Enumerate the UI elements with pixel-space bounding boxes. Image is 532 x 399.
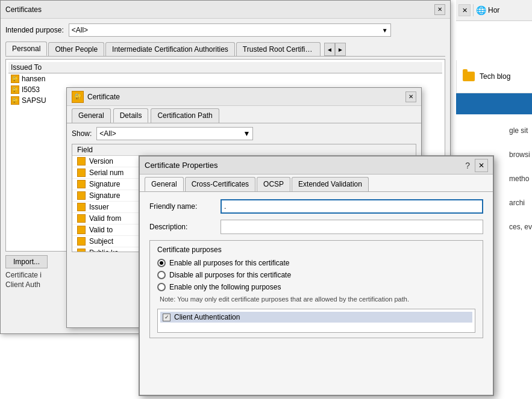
nav-right-button[interactable]: ► xyxy=(335,43,346,56)
intended-purpose-dropdown[interactable]: <All> ▼ xyxy=(69,23,391,37)
field-name: Subject xyxy=(89,237,113,246)
tab-details[interactable]: Details xyxy=(113,108,149,123)
checkbox-client-auth-label: Client Authentication xyxy=(174,313,240,321)
radio-enable-only[interactable] xyxy=(157,283,166,291)
cert-field-icon xyxy=(77,157,86,165)
show-select-dropdown[interactable]: <All> ▼ xyxy=(96,127,253,140)
browser-tab[interactable]: 🌐 Hor xyxy=(476,5,499,15)
inner-cert-title-area: 🔐 Certificate xyxy=(72,91,120,103)
checkbox-client-auth-row[interactable]: ✓ Client Authentication xyxy=(160,312,472,323)
intended-purpose-row: Intended purpose: <All> ▼ xyxy=(5,23,445,37)
table-row[interactable]: 🔐 hansen xyxy=(8,73,442,84)
cert-field-icon xyxy=(77,180,86,188)
right-text-2: browsi xyxy=(509,150,530,159)
checkbox-client-auth[interactable]: ✓ xyxy=(163,314,171,321)
tab-certification-path[interactable]: Certification Path xyxy=(151,108,219,123)
tab-nav-arrows: ◄ ► xyxy=(324,43,346,56)
cert-icon: 🔐 xyxy=(11,75,19,83)
cert-list-header: Issued To xyxy=(8,62,442,73)
cert-name: I5053 xyxy=(22,85,40,94)
inner-cert-controls: ✕ xyxy=(405,91,416,102)
tab-cross-certificates[interactable]: Cross-Certificates xyxy=(185,177,255,191)
cert-field-icon xyxy=(77,203,86,211)
cert-dialog-controls: ✕ xyxy=(434,4,445,15)
show-value: <All> xyxy=(99,129,116,138)
cert-props-body: Friendly name: Description: Certificate … xyxy=(140,192,493,350)
inner-cert-title: Certificate xyxy=(87,93,120,101)
description-row: Description: xyxy=(149,220,483,234)
cert-field-icon xyxy=(77,214,86,223)
cert-field-icon xyxy=(77,226,86,234)
folder-icon xyxy=(463,72,475,81)
tab-general[interactable]: General xyxy=(72,108,111,123)
intended-purpose-value: <All> xyxy=(72,26,88,34)
tab-ocsp[interactable]: OCSP xyxy=(257,177,290,191)
right-text-1: gle sit xyxy=(509,126,528,135)
intended-purpose-label: Intended purpose: xyxy=(5,26,64,34)
field-name: Signature xyxy=(89,191,120,200)
cert-field-icon xyxy=(77,191,86,200)
tab-personal[interactable]: Personal xyxy=(5,42,47,56)
tab-intermediate-ca[interactable]: Intermediate Certification Authorities xyxy=(105,42,235,56)
cert-icon: 🔐 xyxy=(11,85,19,94)
tab-other-people[interactable]: Other People xyxy=(48,42,104,56)
radio-enable-all[interactable] xyxy=(157,259,166,267)
tab-extended-validation[interactable]: Extended Validation xyxy=(292,177,369,191)
field-name: Version xyxy=(89,157,113,165)
friendly-name-row: Friendly name: xyxy=(149,199,483,214)
radio-enable-all-label: Enable all purposes for this certificate xyxy=(169,259,289,267)
inner-cert-close-button[interactable]: ✕ xyxy=(405,91,416,102)
chevron-down-icon: ▼ xyxy=(382,27,388,34)
cert-field-icon xyxy=(77,169,86,177)
friendly-name-label: Friendly name: xyxy=(149,202,216,211)
chevron-down-icon: ▼ xyxy=(243,129,250,138)
show-dropdown-row: Show: <All> ▼ xyxy=(67,123,421,144)
field-name: Signature xyxy=(89,180,120,188)
radio-enable-only-label: Enable only the following purposes xyxy=(169,283,281,291)
cert-icon-title: 🔐 xyxy=(72,91,84,103)
cert-name: SAPSU xyxy=(22,96,46,105)
tab-label: Hor xyxy=(488,6,499,14)
tab-props-general[interactable]: General xyxy=(145,177,184,191)
show-label: Show: xyxy=(72,129,92,138)
friendly-name-input[interactable] xyxy=(221,199,483,214)
field-list-header: Field xyxy=(72,144,416,156)
nav-left-button[interactable]: ◄ xyxy=(324,43,335,56)
inner-cert-tab-bar: General Details Certification Path xyxy=(67,106,421,123)
cert-props-close-button[interactable]: ✕ xyxy=(475,159,488,172)
cert-props-tab-bar: General Cross-Certificates OCSP Extended… xyxy=(140,175,493,192)
close-tab-button[interactable]: ✕ xyxy=(458,4,471,16)
cert-close-button[interactable]: ✕ xyxy=(434,4,445,15)
radio-disable-all[interactable] xyxy=(157,271,166,279)
inner-cert-titlebar: 🔐 Certificate ✕ xyxy=(67,88,421,106)
cert-dialog-title: Certificates xyxy=(5,5,42,14)
tech-blog-label: Tech blog xyxy=(480,72,510,81)
tech-blog-item[interactable]: Tech blog xyxy=(456,60,532,93)
radio-enable-all-row[interactable]: Enable all purposes for this certificate xyxy=(157,259,475,267)
radio-disable-all-row[interactable]: Disable all purposes for this certificat… xyxy=(157,271,475,279)
radio-enable-only-row[interactable]: Enable only the following purposes xyxy=(157,283,475,291)
radio-disable-all-label: Disable all purposes for this certificat… xyxy=(169,271,291,279)
cert-props-title: Certificate Properties xyxy=(145,161,217,170)
props-title-controls: ? ✕ xyxy=(465,159,488,172)
field-name: Serial num xyxy=(89,169,124,177)
browser-tab-bar: ✕ 🌐 Hor xyxy=(456,0,532,21)
field-name: Issuer xyxy=(89,203,109,211)
cert-purposes-section: Certificate purposes Enable all purposes… xyxy=(149,240,483,338)
import-button[interactable]: Import... xyxy=(5,255,48,268)
cert-dialog-titlebar: Certificates ✕ xyxy=(1,1,450,19)
cert-icon: 🔐 xyxy=(11,96,19,105)
right-text-4: archi xyxy=(509,199,525,207)
cert-field-icon xyxy=(77,249,86,252)
cert-purposes-note: Note: You may only edit certificate purp… xyxy=(157,295,475,304)
cert-name: hansen xyxy=(22,75,45,83)
tab-trusted-root[interactable]: Trusted Root Certification Auth xyxy=(236,42,321,56)
purposes-checkbox-list: ✓ Client Authentication xyxy=(157,309,475,333)
field-name: Valid from xyxy=(89,214,121,223)
right-text-3: metho xyxy=(509,175,529,183)
help-button[interactable]: ? xyxy=(465,161,470,170)
certificate-properties-dialog: Certificate Properties ? ✕ General Cross… xyxy=(139,155,494,396)
description-input[interactable] xyxy=(221,220,483,234)
description-label: Description: xyxy=(149,223,216,231)
cert-tab-bar: Personal Other People Intermediate Certi… xyxy=(5,42,445,57)
